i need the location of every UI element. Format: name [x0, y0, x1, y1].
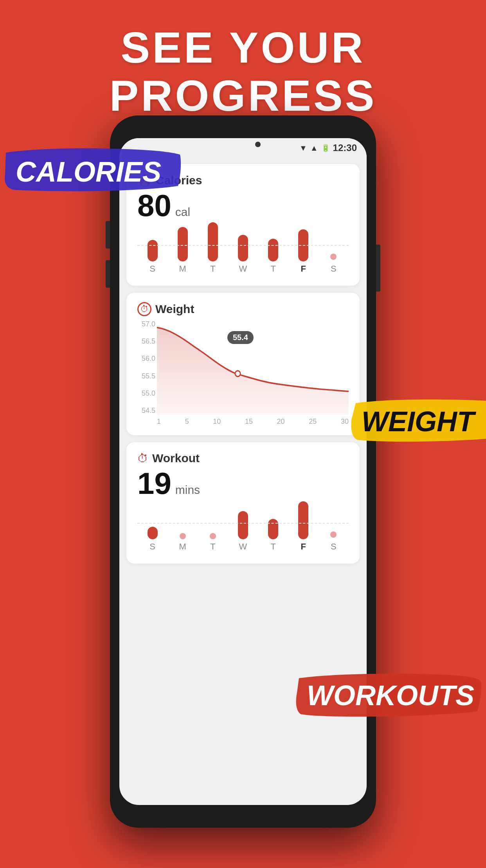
bar-label-w: W [239, 264, 247, 274]
x-label-20: 20 [277, 418, 285, 426]
bar-s1 [148, 240, 158, 261]
y-label-4: 56.0 [137, 355, 155, 363]
wbar-label-t2: T [270, 542, 275, 552]
x-label-10: 10 [213, 418, 221, 426]
x-label-30: 30 [341, 418, 349, 426]
workouts-brush-overlay: WORKOUTS [299, 676, 486, 715]
status-time: 12:30 [333, 142, 357, 153]
calories-number: 80 [137, 190, 171, 221]
y-label-5: 56.5 [137, 337, 155, 346]
weight-card-header: ⏱ Weight [137, 302, 349, 316]
weight-chart: 57.0 56.5 56.0 55.5 55.0 54.5 [137, 320, 349, 426]
chart-svg-wrapper: 55.4 [157, 320, 349, 415]
bar-col-t2: T [258, 239, 288, 274]
wbar-label-m: M [179, 542, 186, 552]
y-label-2: 55.0 [137, 389, 155, 398]
chart-tooltip: 55.4 [227, 331, 254, 344]
workout-card: ⏱ Workout 19 mins S [126, 442, 360, 564]
wbar-dot-m [180, 533, 186, 539]
workout-bar-chart: S M T W [137, 505, 349, 552]
bar-label-t1: T [210, 264, 215, 274]
battery-icon: 🔋 [321, 144, 330, 152]
y-label-3: 55.5 [137, 372, 155, 380]
x-label-15: 15 [245, 418, 253, 426]
signal-icon: ▲ [310, 144, 318, 153]
wbar-col-m: M [167, 533, 198, 552]
workouts-overlay-label: WORKOUTS [299, 676, 486, 715]
wbar-col-s1: S [137, 527, 167, 552]
wbar-s1 [148, 527, 158, 539]
header: SEE YOUR PROGRESS [0, 23, 486, 120]
bar-col-t1: T [198, 222, 228, 274]
y-label-6: 57.0 [137, 320, 155, 328]
weight-stopwatch-icon: ⏱ [137, 302, 151, 316]
wbar-f [298, 501, 308, 539]
bar-label-s2: S [331, 264, 337, 274]
power-button [376, 245, 380, 292]
cards-container: 🔥 Calories 80 cal S [119, 158, 367, 570]
wbar-col-t1: T [198, 533, 228, 552]
weight-overlay-label: WEIGHT [354, 402, 486, 441]
wbar-label-f: F [301, 542, 306, 552]
front-camera [255, 142, 261, 147]
bar-w [238, 235, 248, 261]
weight-card-title: Weight [155, 303, 194, 316]
wbar-col-f: F [288, 501, 319, 552]
wbar-t2 [268, 519, 278, 539]
workout-value-row: 19 mins [137, 468, 349, 499]
calories-unit: cal [175, 205, 190, 219]
wbar-dot-t1 [210, 533, 216, 539]
calories-brush-overlay: CALORIES [8, 153, 169, 191]
bar-col-m: M [167, 227, 198, 274]
wbar-label-t1: T [210, 542, 215, 552]
bar-col-f: F [288, 229, 319, 274]
bar-t2 [268, 239, 278, 261]
page-title: SEE YOUR PROGRESS [16, 23, 470, 120]
calories-value-row: 80 cal [137, 190, 349, 221]
bar-col-w: W [228, 235, 258, 274]
weight-brush-overlay: WEIGHT [354, 402, 486, 441]
workout-card-header: ⏱ Workout [137, 452, 349, 465]
volume-up-button [106, 221, 110, 249]
x-label-1: 1 [157, 418, 161, 426]
wifi-icon: ▼ [299, 144, 307, 153]
x-axis: 1 5 10 15 20 25 30 [157, 418, 349, 426]
wbar-col-t2: T [258, 519, 288, 552]
svg-point-0 [235, 371, 240, 376]
wbar-label-s1: S [149, 542, 155, 552]
bar-label-f: F [301, 264, 306, 274]
bar-t1 [208, 222, 218, 261]
wbar-col-w: W [228, 511, 258, 552]
y-axis: 57.0 56.5 56.0 55.5 55.0 54.5 [137, 320, 155, 415]
phone-notch [218, 138, 268, 151]
bar-label-s1: S [149, 264, 155, 274]
y-label-1: 54.5 [137, 407, 155, 415]
bar-m [178, 227, 188, 261]
wbar-col-s2: S [319, 531, 349, 552]
bar-dot-s2 [330, 254, 337, 260]
volume-down-button [106, 260, 110, 288]
phone-wrapper: ▼ ▲ 🔋 12:30 🔥 Calories 80 cal [110, 115, 376, 839]
workout-card-title: Workout [152, 452, 200, 465]
calories-overlay-label: CALORIES [8, 153, 169, 191]
bar-col-s2: S [319, 254, 349, 274]
workout-unit: mins [175, 483, 200, 497]
weight-card: ⏱ Weight 57.0 56.5 56.0 55.5 55.0 54.5 [126, 293, 360, 435]
workout-stopwatch-icon: ⏱ [137, 452, 148, 465]
wbar-label-s2: S [331, 542, 337, 552]
calories-bar-chart: S M T W [137, 227, 349, 274]
wbar-w [238, 511, 248, 539]
workout-number: 19 [137, 468, 171, 499]
x-label-5: 5 [185, 418, 189, 426]
bar-label-m: M [179, 264, 186, 274]
x-label-25: 25 [309, 418, 317, 426]
wbar-dot-s2 [330, 531, 337, 538]
wbar-label-w: W [239, 542, 247, 552]
bar-label-t2: T [270, 264, 275, 274]
